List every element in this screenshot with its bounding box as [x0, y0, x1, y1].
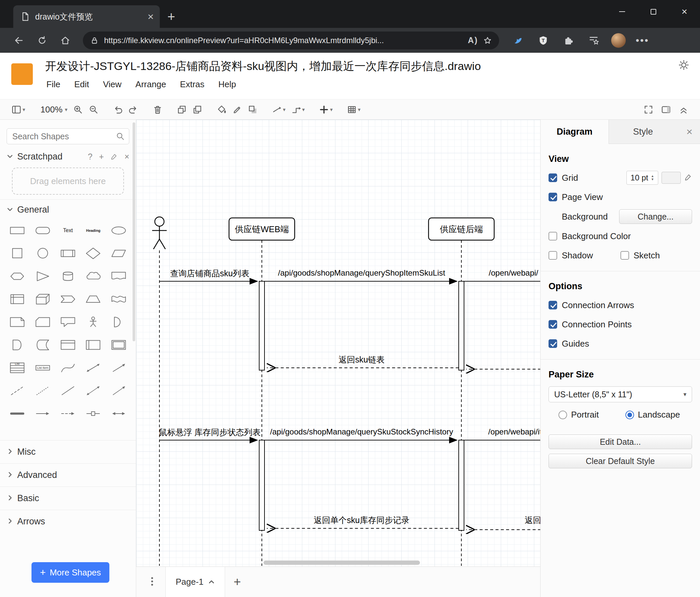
scratchpad-header[interactable]: Scratchpad ? + ×: [0, 146, 136, 167]
activation-backend-2[interactable]: [459, 440, 464, 530]
profile-avatar[interactable]: [611, 33, 626, 48]
shape-bidirectional-arrow[interactable]: [80, 357, 106, 378]
change-background-button[interactable]: Change...: [619, 209, 692, 224]
tab-close-icon[interactable]: ×: [148, 11, 154, 22]
guides-checkbox[interactable]: [549, 339, 557, 348]
message-query-sku-list[interactable]: 查询店铺商品sku列表: [159, 269, 257, 281]
shape-ellipse[interactable]: [106, 220, 131, 241]
return-sku-list[interactable]: 返回sku链表: [267, 355, 459, 368]
activation-web-2[interactable]: [259, 440, 265, 530]
background-color-checkbox[interactable]: [549, 232, 557, 240]
shape-trapezoid[interactable]: [80, 289, 106, 310]
bird-extension-icon[interactable]: [510, 33, 526, 48]
edit-data-button[interactable]: Edit Data...: [549, 434, 692, 449]
shape-parallelogram[interactable]: [106, 243, 131, 264]
connection-points-checkbox[interactable]: [549, 320, 557, 329]
shape-tape[interactable]: [106, 289, 131, 310]
canvas-horizontal-scrollbar[interactable]: [264, 560, 420, 565]
shape-triangle[interactable]: [30, 266, 55, 287]
grid-color-edit-icon[interactable]: [684, 173, 692, 183]
participant-web[interactable]: 供应链WEB端: [229, 218, 295, 240]
shape-directional-connector[interactable]: [106, 380, 131, 401]
shape-document[interactable]: [106, 266, 131, 287]
stepper-icons[interactable]: ▲▼: [651, 174, 654, 181]
delete-button[interactable]: [150, 103, 166, 116]
menu-arrange[interactable]: Arrange: [135, 79, 166, 90]
shape-callout[interactable]: [55, 311, 80, 333]
table-dropdown[interactable]: ▾: [344, 103, 363, 116]
browser-tab[interactable]: drawio文件预览 ×: [13, 5, 160, 28]
sketch-checkbox[interactable]: [621, 251, 629, 260]
shape-process[interactable]: [55, 243, 80, 264]
section-arrows[interactable]: Arrows: [0, 510, 136, 533]
read-aloud-icon[interactable]: A): [468, 35, 478, 45]
shadow-checkbox[interactable]: [549, 251, 557, 260]
drawing-canvas[interactable]: 供应链WEB端 供应链后端 查询店铺商品sku列表 /api/goods/sho…: [136, 120, 540, 567]
shape-container[interactable]: [55, 334, 80, 356]
section-general[interactable]: General: [0, 199, 136, 220]
shape-actor[interactable]: [80, 311, 106, 333]
fill-color-button[interactable]: [214, 103, 229, 116]
shield-extension-icon[interactable]: T: [535, 33, 551, 48]
shape-cube[interactable]: [30, 289, 55, 310]
scratchpad-help-icon[interactable]: ?: [88, 152, 93, 162]
to-front-button[interactable]: [174, 103, 190, 116]
fullscreen-button[interactable]: [641, 103, 656, 116]
shape-link[interactable]: [5, 403, 30, 424]
shape-curve[interactable]: [55, 357, 80, 378]
shape-cylinder[interactable]: [55, 266, 80, 287]
grid-color-swatch[interactable]: [661, 172, 681, 184]
menu-view[interactable]: View: [103, 79, 122, 90]
connection-arrows-checkbox[interactable]: [549, 301, 557, 309]
shape-rounded-rectangle[interactable]: [30, 220, 55, 241]
theme-toggle-button[interactable]: [678, 59, 690, 72]
connection-style-dropdown[interactable]: ▾: [269, 103, 289, 116]
shape-step[interactable]: [55, 289, 80, 310]
tab-diagram[interactable]: Diagram: [541, 120, 609, 144]
return-single-sku-stock-record[interactable]: 返回单个sku库存同步记录: [267, 516, 459, 528]
section-misc[interactable]: Misc: [0, 440, 136, 463]
sequence-diagram[interactable]: 供应链WEB端 供应链后端 查询店铺商品sku列表 /api/goods/sho…: [136, 120, 540, 567]
shape-list[interactable]: List: [5, 357, 30, 378]
pages-menu-icon[interactable]: [148, 576, 156, 588]
line-color-button[interactable]: [229, 103, 245, 116]
scratchpad-close-icon[interactable]: ×: [124, 152, 129, 162]
clear-default-style-button[interactable]: Clear Default Style: [549, 454, 692, 468]
message-api-query-sku-stock-sync-history[interactable]: /api/goods/shopManage/querySkuStockSyncH…: [265, 427, 457, 440]
shape-diamond[interactable]: [80, 243, 106, 264]
more-shapes-button[interactable]: + More Shapes: [31, 562, 109, 583]
browser-menu-icon[interactable]: •••: [636, 35, 649, 46]
collapse-toolbar-button[interactable]: [676, 103, 691, 116]
shape-labeled-link[interactable]: [80, 403, 106, 424]
shape-note[interactable]: [5, 311, 30, 333]
shape-and[interactable]: [5, 334, 30, 356]
url-text[interactable]: https://file.kkview.cn/onlinePreview?url…: [104, 36, 463, 45]
view-dropdown[interactable]: ▾: [9, 103, 28, 116]
message-open-webapi-item[interactable]: /open/webapi/item: [464, 427, 540, 440]
scratchpad-edit-icon[interactable]: [110, 153, 118, 160]
landscape-option[interactable]: Landscape: [625, 410, 692, 420]
window-minimize-button[interactable]: [606, 0, 638, 23]
shape-arrow[interactable]: [106, 357, 131, 378]
home-button[interactable]: [58, 33, 73, 48]
shape-vertical-container[interactable]: [80, 334, 106, 356]
shape-dashed-line[interactable]: [5, 380, 30, 401]
panel-close-icon[interactable]: ×: [679, 120, 700, 144]
grid-size-input[interactable]: 10 pt ▲▼: [626, 171, 658, 185]
shape-arrow-right[interactable]: [30, 403, 55, 424]
paper-size-select[interactable]: US-Letter (8,5" x 11") ▾: [549, 386, 692, 402]
shape-internal-storage[interactable]: [5, 289, 30, 310]
new-tab-button[interactable]: +: [167, 10, 175, 23]
menu-file[interactable]: File: [46, 79, 60, 90]
insert-dropdown[interactable]: ▾: [316, 103, 335, 116]
url-bar[interactable]: https://file.kkview.cn/onlinePreview?url…: [83, 31, 499, 49]
menu-extras[interactable]: Extras: [180, 79, 204, 90]
menu-edit[interactable]: Edit: [74, 79, 89, 90]
activation-backend-1[interactable]: [459, 281, 464, 370]
shape-card[interactable]: [30, 311, 55, 333]
message-hover-stock-sync[interactable]: 鼠标悬浮 库存同步状态列表: [159, 428, 261, 440]
portrait-radio[interactable]: [558, 411, 567, 419]
shape-hexagon[interactable]: [5, 266, 30, 287]
shadow-button[interactable]: [245, 103, 260, 116]
tab-style[interactable]: Style: [609, 120, 677, 144]
